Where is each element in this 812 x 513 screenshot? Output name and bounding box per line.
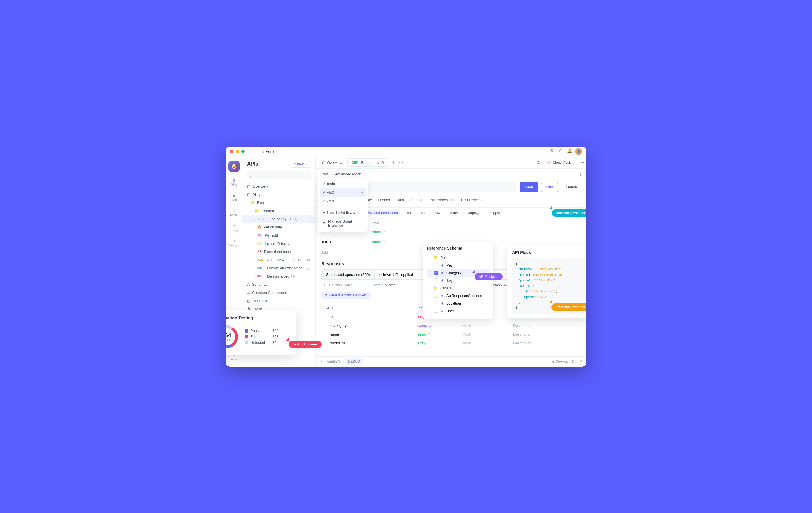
tree-schemas[interactable]: ◬Schemas› — [242, 280, 316, 288]
bodytype-msgpack[interactable]: msgpack — [487, 210, 504, 216]
tree-deletepet[interactable]: ›DELDeletes a pet(3) — [242, 272, 316, 280]
resptab-success[interactable]: Successful operation (200) — [322, 269, 375, 280]
schema-row[interactable]: name string* Mock Description — [321, 330, 581, 339]
search-input[interactable]: ⌕ — [247, 171, 311, 179]
tree-invalidid[interactable]: LoInvalid ID format — [242, 239, 316, 248]
subtab-run[interactable]: Run — [321, 172, 328, 176]
tree-recordnf[interactable]: ClRecord not found — [242, 248, 316, 256]
tree-updatepet[interactable]: ›PUTUpdate an existing pet(9) — [242, 264, 316, 272]
bell-icon[interactable]: 🔔 — [567, 148, 571, 152]
bodytype-raw[interactable]: raw — [433, 210, 442, 216]
sync-icon[interactable]: ↻ — [537, 160, 541, 165]
requests-icon: ▤ — [247, 299, 250, 303]
name-label: Name:succes — [373, 283, 396, 287]
home-button[interactable]: ⌂ Home — [262, 149, 276, 154]
tab-findpet[interactable]: GETFind pet by ID — [347, 159, 388, 167]
rail-item-history[interactable]: ◷ History — [228, 223, 239, 233]
branch-main[interactable]: ⑂main — [320, 179, 366, 188]
branch-name: main — [297, 162, 304, 166]
checkbox[interactable] — [434, 293, 438, 297]
minimize-window-button[interactable] — [236, 150, 239, 153]
panel-icon[interactable]: ▢ — [577, 172, 581, 176]
cursor-frontend-developer: Frontend Developer — [551, 304, 586, 311]
chevron-down-icon: ⌄ — [306, 163, 308, 166]
tree-apis[interactable]: ▢APIs⌄ — [242, 190, 316, 199]
tree-petstore[interactable]: ⌄📁Petstore(4) — [242, 207, 316, 215]
tree-findpet[interactable]: ⌄GETFind pet by ID(4) — [242, 215, 316, 223]
checkbox-checked[interactable] — [434, 271, 438, 275]
branch-manage[interactable]: ⚙Manage Sprint Branches — [320, 217, 366, 230]
tree-common[interactable]: ◬Common Component› — [242, 288, 316, 297]
code-icon[interactable]: ⟨⟩ — [572, 360, 575, 364]
run-button[interactable]: Run — [541, 182, 558, 192]
schema-row[interactable]: photoUrls array Mock Description — [321, 339, 581, 347]
branch-v23[interactable]: ⑂v2.3 — [320, 197, 366, 206]
gear-icon[interactable]: ⚙ — [550, 148, 554, 152]
rail-item-settings[interactable]: ⚙ Settings — [228, 238, 240, 248]
schema-pet[interactable]: ◈Pet — [427, 261, 489, 269]
tree-addpet[interactable]: ›POSTAdd a new pet to the...(5) — [242, 256, 316, 264]
checkbox[interactable] — [434, 301, 438, 305]
add-tab-button[interactable]: + — [389, 160, 398, 165]
collapse-icon[interactable]: « — [320, 360, 322, 364]
branch-new[interactable]: +New Sprint Branch — [320, 208, 366, 217]
close-window-button[interactable] — [230, 150, 233, 153]
schema-location[interactable]: ◈Localtion — [427, 300, 489, 307]
maximize-window-button[interactable] — [241, 150, 245, 153]
tree-requests[interactable]: ▤Requests› — [242, 297, 316, 305]
app-logo[interactable]: 🐶 — [228, 161, 240, 172]
tree-root[interactable]: 📁Root — [242, 199, 316, 207]
automation-title: Automation Testing — [226, 315, 291, 320]
checkbox[interactable] — [434, 309, 438, 313]
subtab-mock[interactable]: Advanced Mock — [335, 172, 361, 176]
tab-overview[interactable]: ▢Overview — [318, 159, 346, 166]
bodytype-binary[interactable]: binary — [447, 210, 460, 216]
donut-total: 864 — [226, 332, 233, 338]
apis-icon: ▦ — [233, 179, 235, 182]
bodytype-json[interactable]: json — [405, 210, 414, 216]
reqtab-auth[interactable]: Auth — [397, 197, 404, 204]
footer-design[interactable]: DESIGN — [324, 359, 343, 365]
reqtab-pre[interactable]: Pre Processors — [430, 197, 455, 204]
cookies-button[interactable]: ◆ Cookies — [552, 360, 568, 364]
rail-label: History — [230, 229, 238, 232]
checkbox[interactable] — [434, 278, 438, 282]
footer-debug[interactable]: DEBUG — [345, 359, 363, 365]
rail-item-share[interactable]: ⇪ Share — [229, 208, 239, 218]
help-icon[interactable]: ? — [558, 148, 563, 152]
schema-folder-others[interactable]: ⌄📁Others — [427, 284, 489, 292]
schema-user[interactable]: ◈User — [427, 307, 489, 315]
environment-selector[interactable]: Cl Cloud Mock ⌄ — [544, 159, 577, 166]
avatar[interactable]: 👤 — [575, 148, 582, 155]
tree-petsold[interactable]: PePet sold — [242, 231, 316, 239]
schema-row[interactable]: ›category category Mock Description — [321, 321, 581, 330]
reqtab-settings[interactable]: Settings — [410, 197, 424, 204]
schema-folder-pet[interactable]: ⌄📁Pet — [427, 254, 489, 261]
tree-petonsale[interactable]: 🔥Pet on sale — [242, 223, 316, 231]
info-icon[interactable]: ⓘ — [579, 359, 582, 364]
rail-item-apis[interactable]: ▦ APIs — [230, 178, 238, 187]
generate-button[interactable]: ⟳Generate from JSON etc. — [321, 292, 371, 299]
bodytype-graphql[interactable]: GraphQL — [465, 210, 482, 216]
save-button[interactable]: Save — [520, 182, 538, 192]
delete-button[interactable]: Delete — [561, 182, 582, 192]
checkbox[interactable] — [434, 263, 438, 267]
branch-dropdown: ⑂main ⑂v5.0☟ ⑂v2.3 +New Sprint Branch ⚙M… — [318, 178, 368, 231]
share-icon: ⇪ — [233, 209, 235, 212]
rail-item-testing[interactable]: ☰ Testing — [228, 193, 240, 202]
chevron-down-icon: ⌄ — [254, 218, 256, 221]
legend-color — [245, 341, 248, 344]
reqtab-header[interactable]: Header — [378, 197, 390, 204]
tab-more-button[interactable]: ⋯ — [399, 160, 403, 165]
branch-v5[interactable]: ⑂v5.0☟ — [320, 188, 366, 197]
resptab-invalid[interactable]: ◇Invalid ID supplied — [375, 269, 418, 280]
menu-icon[interactable]: ☰ — [580, 160, 584, 165]
chevron-down-icon: ⌄ — [428, 256, 430, 259]
tree-overview[interactable]: ▢Overview — [242, 182, 316, 190]
schema-apisuccess[interactable]: ◈ApiResponseSuccess — [427, 292, 489, 300]
branch-selector[interactable]: ⑂ main ⌄ — [291, 161, 311, 168]
sidebar-title: APIs — [247, 161, 258, 167]
donut-label: Completed — [226, 338, 233, 341]
bodytype-xml[interactable]: xml — [419, 210, 428, 216]
reqtab-post[interactable]: Post Processors — [461, 197, 488, 204]
